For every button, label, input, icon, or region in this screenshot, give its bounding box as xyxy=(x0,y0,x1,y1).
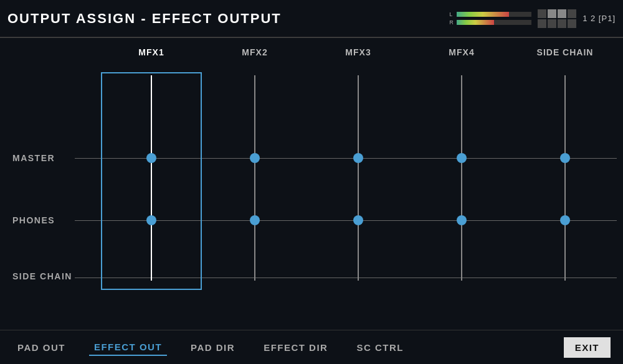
main-area: MFX1 MFX2 MFX3 MFX4 SIDE CHAIN MASTER PH… xyxy=(0,38,623,330)
col-header-sidechain[interactable]: SIDE CHAIN xyxy=(513,47,617,57)
pad-cell-2 xyxy=(548,9,556,18)
pad-cell-6 xyxy=(548,19,556,28)
footer-btn-sc-ctrl[interactable]: SC CTRL xyxy=(351,340,409,355)
slider-track-mfx4 xyxy=(461,75,462,281)
slider-knob-mfx2-phones[interactable] xyxy=(250,215,260,225)
level-bar-r xyxy=(457,20,531,25)
slider-knob-mfx1-master[interactable] xyxy=(146,153,156,163)
slider-knob-sidechain-phones[interactable] xyxy=(560,215,570,225)
col-header-mfx4[interactable]: MFX4 xyxy=(410,47,513,57)
slider-knob-mfx1-phones[interactable] xyxy=(146,215,156,225)
level-l-label: L xyxy=(449,11,454,17)
row-label-phones: PHONES xyxy=(12,215,55,225)
footer-btn-effect-out[interactable]: EFFECT OUT xyxy=(89,339,167,356)
level-row-r: R xyxy=(449,19,531,26)
pad-cell-4 xyxy=(568,9,576,18)
slider-track-mfx1 xyxy=(151,75,152,281)
slider-knob-mfx3-master[interactable] xyxy=(353,153,363,163)
pad-cell-7 xyxy=(558,19,566,28)
page-info: 1 2 [P1] xyxy=(583,14,616,23)
slider-track-mfx2 xyxy=(254,75,255,281)
level-r-label: R xyxy=(449,19,454,26)
row-label-master: MASTER xyxy=(12,153,55,163)
footer-btn-pad-dir[interactable]: PAD DIR xyxy=(186,340,240,355)
page-title: OUTPUT ASSIGN - EFFECT OUTPUT xyxy=(7,11,449,27)
col-header-mfx3[interactable]: MFX3 xyxy=(307,47,410,57)
level-meters: L R xyxy=(449,11,531,26)
exit-button[interactable]: EXIT xyxy=(564,337,611,358)
footer: PAD OUT EFFECT OUT PAD DIR EFFECT DIR SC… xyxy=(0,330,623,364)
footer-btn-pad-out[interactable]: PAD OUT xyxy=(12,340,70,355)
pad-cell-1 xyxy=(538,9,546,18)
level-bar-l-fill xyxy=(457,12,509,17)
col-header-mfx1[interactable]: MFX1 xyxy=(100,47,203,57)
row-label-sidechain: SIDE CHAIN xyxy=(12,271,72,281)
pad-cell-5 xyxy=(538,19,546,28)
pad-grid xyxy=(538,9,576,28)
header-controls: L R 1 2 [P1] xyxy=(449,9,616,28)
level-row-l: L xyxy=(449,11,531,17)
slider-knob-mfx3-phones[interactable] xyxy=(353,215,363,225)
footer-btn-effect-dir[interactable]: EFFECT DIR xyxy=(259,340,333,355)
slider-knob-mfx4-phones[interactable] xyxy=(457,215,467,225)
slider-track-sidechain xyxy=(564,75,566,281)
slider-knob-mfx2-master[interactable] xyxy=(250,153,260,163)
col-header-mfx2[interactable]: MFX2 xyxy=(203,47,307,57)
pad-cell-3 xyxy=(558,9,566,18)
col-headers: MFX1 MFX2 MFX3 MFX4 SIDE CHAIN xyxy=(100,47,617,57)
level-bar-l xyxy=(457,12,531,17)
level-bar-r-fill xyxy=(457,20,494,25)
h-line-sidechain xyxy=(75,278,617,278)
header: OUTPUT ASSIGN - EFFECT OUTPUT L R xyxy=(0,0,623,37)
pad-cell-8 xyxy=(568,19,576,28)
slider-track-mfx3 xyxy=(358,75,359,281)
slider-knob-mfx4-master[interactable] xyxy=(457,153,467,163)
slider-knob-sidechain-master[interactable] xyxy=(560,153,570,163)
